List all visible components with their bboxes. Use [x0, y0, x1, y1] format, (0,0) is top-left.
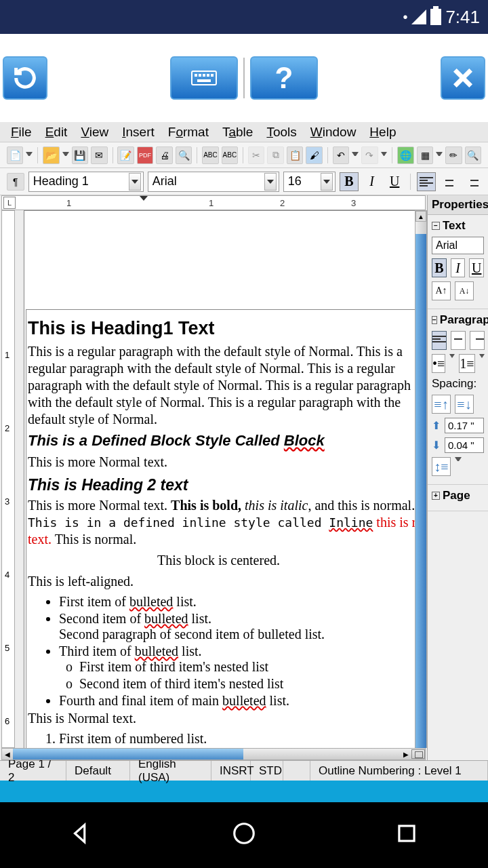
redo-dropdown[interactable] [381, 152, 388, 159]
menu-format[interactable]: Format [163, 123, 214, 141]
scroll-right-button[interactable]: ▶ [401, 749, 411, 760]
email-icon[interactable]: ✉ [91, 146, 107, 164]
menu-help[interactable]: Help [364, 123, 401, 141]
edit-file-icon[interactable]: 📝 [117, 146, 134, 164]
undo-dropdown[interactable] [352, 152, 359, 159]
italic-button[interactable]: I [363, 172, 382, 191]
copy-icon[interactable]: ⧉ [267, 146, 283, 164]
hscroll-thumb[interactable] [13, 749, 243, 760]
new-dropdown[interactable] [26, 152, 33, 159]
open-dropdown[interactable] [62, 152, 69, 159]
sb-italic-button[interactable]: I [451, 258, 466, 277]
back-button[interactable] [68, 821, 94, 849]
scroll-left-button[interactable]: ◀ [2, 749, 13, 760]
underline-button[interactable]: U [385, 172, 404, 191]
paste-icon[interactable]: 📋 [287, 146, 303, 164]
keyboard-button[interactable] [170, 56, 238, 100]
vertical-scrollbar[interactable]: ▲ [415, 210, 427, 748]
spacing-above-field[interactable] [445, 418, 484, 433]
print-icon[interactable]: 🖨 [156, 146, 172, 164]
styles-icon[interactable]: ¶ [7, 173, 24, 191]
svg-rect-8 [399, 825, 414, 840]
sb-shrink-font-button[interactable]: A↓ [455, 281, 474, 300]
status-insert-mode[interactable]: INSRT [211, 761, 251, 781]
indent-marker[interactable] [140, 196, 148, 201]
above-para-icon: ⬆ [432, 418, 441, 433]
sb-underline-button[interactable]: U [469, 258, 484, 277]
paragraph-style-combo[interactable]: Heading 1 [28, 172, 144, 192]
new-doc-icon[interactable]: 📄 [7, 146, 23, 164]
reload-button[interactable] [3, 56, 47, 100]
open-icon[interactable]: 📂 [43, 146, 59, 164]
vertical-ruler[interactable]: 1 2 3 4 5 6 [1, 210, 15, 748]
menu-edit[interactable]: Edit [40, 123, 73, 141]
status-style[interactable]: Default [66, 761, 130, 781]
horizontal-scrollbar[interactable]: ◀ ▶ [1, 748, 426, 760]
sb-align-left[interactable] [432, 331, 447, 350]
split-handle[interactable] [411, 749, 425, 759]
bold-button[interactable]: B [340, 172, 359, 191]
status-sig[interactable] [283, 761, 310, 781]
table-icon[interactable]: ▦ [417, 146, 433, 164]
status-page[interactable]: Page 1 / 2 [0, 761, 66, 781]
spacing-label: Spacing: [432, 377, 484, 391]
sb-inc-spacing[interactable]: ≡↑ [432, 395, 451, 414]
align-right-button[interactable] [462, 172, 481, 191]
horizontal-ruler[interactable]: L 1 1 2 3 [1, 195, 426, 210]
page-section-header[interactable]: +Page [432, 489, 484, 502]
redo-icon[interactable]: ↷ [361, 146, 378, 164]
status-selection-mode[interactable]: STD [251, 761, 283, 781]
home-button[interactable] [231, 821, 257, 849]
scroll-up-button[interactable]: ▲ [415, 211, 426, 222]
paragraph: This is more Normal text. This is bold, … [28, 497, 427, 548]
text-section-header[interactable]: −Text [432, 219, 484, 233]
status-language[interactable]: English (USA) [130, 761, 211, 781]
font-size-combo[interactable]: 16 [283, 172, 336, 192]
spellcheck-icon[interactable]: ABC [202, 146, 218, 164]
find-icon[interactable]: 🔍 [465, 146, 481, 164]
help-button[interactable]: ? [250, 56, 318, 100]
spacing-below-field[interactable] [445, 437, 484, 453]
app-bottom-strip [0, 781, 488, 802]
sb-align-right[interactable] [470, 331, 485, 350]
close-button[interactable] [441, 56, 485, 100]
sb-dec-spacing[interactable]: ≡↓ [455, 395, 474, 414]
sb-line-spacing[interactable]: ↕≡ [432, 457, 451, 476]
list-item: First item of bulleted list. [59, 594, 427, 610]
sb-bullets-button[interactable]: •≡ [432, 354, 445, 373]
format-paint-icon[interactable]: 🖌 [306, 146, 322, 164]
menu-table[interactable]: Table [217, 123, 258, 141]
ruler-corner[interactable]: L [3, 197, 16, 209]
paragraph-section-header[interactable]: −Paragraph [432, 313, 484, 327]
align-center-button[interactable] [440, 172, 459, 191]
recents-button[interactable] [394, 821, 420, 849]
sb-grow-font-button[interactable]: A↑ [432, 281, 451, 300]
preview-icon[interactable]: 🔍 [176, 146, 192, 164]
sb-align-center[interactable] [451, 331, 466, 350]
cut-icon[interactable]: ✂ [248, 146, 264, 164]
document-page[interactable]: This is Heading1 Text This is a regular … [24, 210, 427, 748]
menu-insert[interactable]: Insert [117, 123, 160, 141]
sb-bold-button[interactable]: B [432, 258, 447, 277]
menu-tools[interactable]: Tools [261, 123, 302, 141]
sidebar-font-field[interactable] [432, 237, 484, 254]
svg-rect-0 [192, 71, 216, 85]
document-scroll[interactable]: 1 2 3 4 5 6 This is Heading1 Text This i… [0, 210, 427, 748]
table-dropdown[interactable] [436, 152, 443, 159]
font-name-combo[interactable]: Arial [148, 172, 279, 192]
scroll-thumb[interactable] [415, 234, 426, 748]
app-top-bar: ? [0, 34, 488, 122]
status-outline[interactable]: Outline Numbering : Level 1 [310, 761, 488, 781]
save-icon[interactable]: 💾 [72, 146, 88, 164]
menu-view[interactable]: View [75, 123, 114, 141]
draw-icon[interactable]: ✏ [445, 146, 462, 164]
align-left-button[interactable] [417, 172, 436, 191]
undo-icon[interactable]: ↶ [333, 146, 349, 164]
nested-item: Second item of third item's nested list [79, 676, 427, 692]
menu-window[interactable]: Window [305, 123, 362, 141]
menu-file[interactable]: File [5, 123, 37, 141]
sb-numbering-button[interactable]: 1≡ [459, 354, 474, 373]
hyperlink-icon[interactable]: 🌐 [397, 146, 413, 164]
pdf-icon[interactable]: PDF [137, 146, 153, 164]
autospell-icon[interactable]: ABC [222, 146, 238, 164]
